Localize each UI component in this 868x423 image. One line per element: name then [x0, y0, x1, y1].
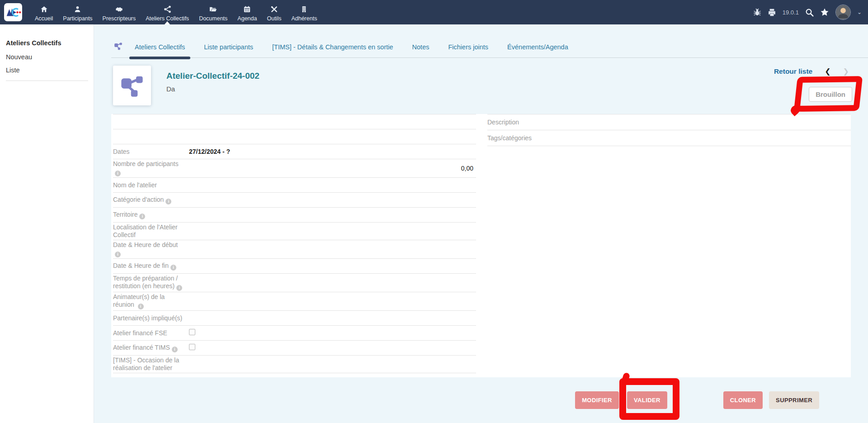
- sidebar-divider: [6, 81, 88, 81]
- checkbox-atelier-finance-fse[interactable]: [189, 329, 195, 335]
- table-row: Atelier financé FSE: [113, 326, 476, 341]
- main-menu: Accueil Participants Prescripteurs Ateli…: [30, 0, 322, 24]
- app-logo[interactable]: [4, 3, 22, 21]
- info-icon: i: [165, 199, 171, 204]
- table-row: Nom de l'atelier: [113, 178, 476, 193]
- field-label: Nombre de participants: [113, 160, 179, 167]
- sidebar-item-nouveau[interactable]: Nouveau: [6, 53, 88, 61]
- table-row: Temps de préparation / restitution (en h…: [113, 274, 476, 292]
- tab-tims-details[interactable]: [TIMS] - Détails & Changements en sortie: [263, 43, 403, 57]
- table-row: Tags/catégories: [487, 130, 851, 146]
- previous-record-icon[interactable]: ❮: [825, 67, 830, 76]
- menu-item-label: Documents: [199, 15, 227, 22]
- field-label: Atelier financé FSE: [113, 329, 189, 337]
- bug-icon[interactable]: [753, 8, 761, 16]
- chevron-down-icon[interactable]: ⌄: [857, 9, 862, 15]
- table-row: [TIMS] - Occasion de la réalisation de l…: [113, 356, 476, 373]
- table-row: Date & Heure de fini: [113, 259, 476, 274]
- tab-notes[interactable]: Notes: [403, 43, 439, 57]
- menu-item-documents[interactable]: Documents: [194, 0, 232, 24]
- fields-table-left: Dates 27/12/2024 - ? Nombre de participa…: [113, 114, 476, 377]
- menu-item-agenda[interactable]: Agenda: [232, 0, 262, 24]
- table-row: Date & Heure de débuti: [113, 240, 476, 259]
- record-navigation: Retour liste ❮ ❯: [774, 67, 849, 76]
- field-label: [TIMS] - Occasion de la réalisation de l…: [113, 356, 189, 372]
- cloner-button[interactable]: CLONER: [723, 391, 763, 409]
- top-navbar: Accueil Participants Prescripteurs Ateli…: [0, 0, 868, 24]
- table-row: Partenaire(s) impliqué(s): [113, 311, 476, 326]
- valider-button[interactable]: VALIDER: [627, 391, 667, 409]
- table-row: Animateur(s) de la réunion i: [113, 292, 476, 311]
- star-icon[interactable]: [820, 8, 829, 17]
- table-row-empty: [113, 114, 476, 129]
- main-content: Ateliers Collectifs Liste participants […: [94, 24, 868, 423]
- menu-item-label: Accueil: [35, 15, 53, 22]
- tab-evenements-agenda[interactable]: Événements/Agenda: [498, 43, 578, 57]
- version-label: 19.0.1: [783, 9, 799, 16]
- tab-liste-participants[interactable]: Liste participants: [194, 43, 263, 57]
- table-row-empty: [113, 129, 476, 144]
- table-row: Description: [487, 114, 851, 130]
- tab-bar: Ateliers Collectifs Liste participants […: [111, 24, 868, 58]
- menu-item-prescripteurs[interactable]: Prescripteurs: [98, 0, 141, 24]
- printer-icon[interactable]: [768, 8, 776, 17]
- tab-ateliers-collectifs[interactable]: Ateliers Collectifs: [125, 43, 194, 57]
- table-row: Dates 27/12/2024 - ?: [113, 144, 476, 159]
- menu-item-accueil[interactable]: Accueil: [30, 0, 58, 24]
- avatar-image: [836, 5, 850, 19]
- left-sidebar: Ateliers Collectifs Nouveau Liste: [0, 24, 94, 423]
- record-card: Dates 27/12/2024 - ? Nombre de participa…: [111, 114, 851, 377]
- menu-item-label: Participants: [63, 15, 92, 22]
- back-to-list-link[interactable]: Retour liste: [774, 67, 812, 76]
- menu-item-adherents[interactable]: Adhérents: [286, 0, 322, 24]
- field-label: Dates: [113, 148, 189, 156]
- search-icon[interactable]: [805, 8, 814, 17]
- object-banner: Atelier-Collectif-24-002 Da Retour liste…: [94, 58, 868, 114]
- field-label: Atelier financé TIMS: [113, 344, 170, 351]
- person-icon: [74, 5, 81, 13]
- table-row: Territoirei: [113, 208, 476, 223]
- menu-item-participants[interactable]: Participants: [58, 0, 97, 24]
- info-icon: i: [115, 171, 121, 176]
- folder-icon: [209, 5, 217, 13]
- checkbox-atelier-finance-tims[interactable]: [189, 344, 195, 350]
- share-nodes-icon: [164, 5, 171, 13]
- field-label: Date & Heure de fin: [113, 262, 169, 269]
- status-badge-area: Brouillon: [809, 87, 852, 102]
- info-icon: i: [170, 265, 176, 271]
- org-nodes-icon: [120, 73, 144, 98]
- status-badge: Brouillon: [809, 87, 852, 102]
- fields-table-right: Description Tags/catégories: [487, 114, 851, 377]
- menu-item-label: Prescripteurs: [103, 15, 136, 22]
- table-row: Catégorie d'actioni: [113, 193, 476, 208]
- menu-item-ateliers-collectifs[interactable]: Ateliers Collectifs: [141, 0, 194, 24]
- field-label: Territoire: [113, 211, 137, 218]
- field-label: Tags/catégories: [487, 134, 578, 142]
- info-icon: i: [138, 304, 144, 309]
- info-icon: i: [172, 347, 178, 352]
- modifier-button[interactable]: MODIFIER: [575, 391, 619, 409]
- sidebar-item-liste[interactable]: Liste: [6, 67, 88, 74]
- field-label: Description: [487, 119, 578, 126]
- field-value-participants: 0,00: [189, 165, 476, 172]
- action-bar: MODIFIER VALIDER CLONER SUPPRIMER: [94, 377, 868, 423]
- sidebar-title: Ateliers Collectifs: [6, 39, 88, 47]
- home-icon: [40, 5, 48, 13]
- calendar-icon: [243, 5, 251, 13]
- field-label: Catégorie d'action: [113, 196, 164, 203]
- handshake-icon: [115, 5, 123, 13]
- avatar[interactable]: [835, 5, 851, 20]
- field-value-dates: 27/12/2024 - ?: [189, 148, 476, 156]
- object-icon-card: [113, 66, 151, 105]
- table-row: Nombre de participantsi 0,00: [113, 159, 476, 178]
- supprimer-button[interactable]: SUPPRIMER: [769, 391, 819, 409]
- tab-fichiers-joints[interactable]: Fichiers joints: [439, 43, 498, 57]
- field-label: Temps de préparation / restitution (en h…: [113, 275, 178, 290]
- tools-icon: [270, 5, 278, 13]
- table-row: Atelier financé TIMSi: [113, 341, 476, 356]
- next-record-icon[interactable]: ❯: [843, 67, 849, 76]
- info-icon: i: [176, 285, 182, 291]
- org-nodes-icon: [114, 42, 123, 52]
- info-icon: i: [139, 214, 145, 219]
- menu-item-outils[interactable]: Outils: [262, 0, 286, 24]
